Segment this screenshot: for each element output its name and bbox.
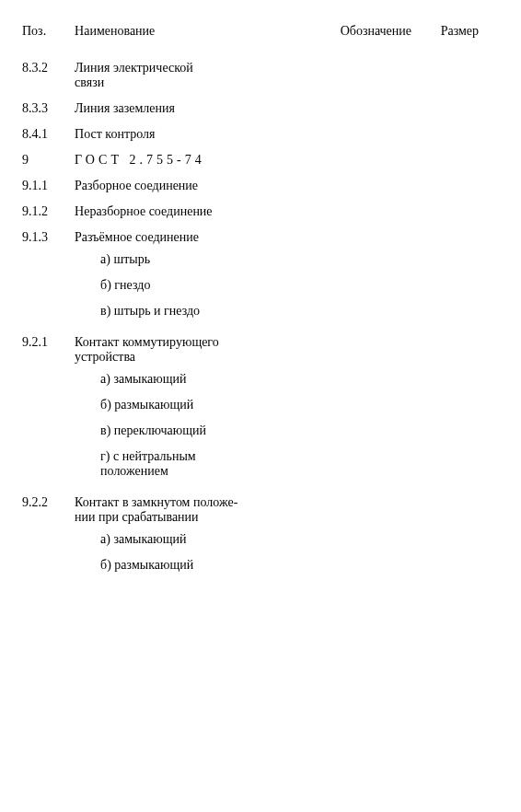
cell-pos: 9 [18, 147, 71, 173]
cell-size [437, 225, 503, 330]
table-row: 9.1.3Разъёмное соединениеа) штырьб) гнез… [18, 225, 503, 330]
cell-symbol [315, 96, 437, 122]
cell-pos: 8.3.3 [18, 96, 71, 122]
sub-list: а) замыкающийб) размыкающийв) переключаю… [75, 366, 311, 484]
cell-pos: 8.4.1 [18, 122, 71, 147]
document-page: { "columns": { "pos": "Поз.", "name": "Н… [0, 0, 521, 812]
cell-name: Неразборное соединение [71, 199, 315, 225]
table-body: 8.3.2Линия электрическойсвязи8.3.3Линия … [18, 55, 503, 584]
sub-list-item: в) штырь и гнездо [100, 298, 311, 324]
cell-name: Линия электрическойсвязи [71, 55, 315, 96]
table-row: 9.2.2Контакт в замкнутом положе-нии при … [18, 490, 503, 584]
cell-symbol [315, 199, 437, 225]
cell-pos: 8.3.2 [18, 55, 71, 96]
cell-symbol [315, 225, 437, 330]
cell-pos: 9.2.1 [18, 330, 71, 490]
table-row: 8.3.3Линия заземления [18, 96, 503, 122]
table-header-row: Поз. Наименование Обозначение Размер [18, 18, 503, 55]
cell-symbol [315, 55, 437, 96]
sub-list-item: а) замыкающий [100, 366, 311, 392]
col-header-name: Наименование [71, 18, 315, 55]
sub-list-item: б) размыкающий [100, 552, 311, 578]
sub-list-item: б) гнездо [100, 273, 311, 298]
cell-symbol [315, 147, 437, 173]
cell-pos: 9.2.2 [18, 490, 71, 584]
cell-pos: 9.1.2 [18, 199, 71, 225]
sub-list-item: а) штырь [100, 247, 311, 273]
cell-size [437, 490, 503, 584]
cell-symbol [315, 330, 437, 490]
cell-name: Линия заземления [71, 96, 315, 122]
spec-table: Поз. Наименование Обозначение Размер 8.3… [18, 18, 503, 584]
col-header-symbol: Обозначение [315, 18, 437, 55]
col-header-size: Размер [437, 18, 503, 55]
cell-symbol [315, 490, 437, 584]
cell-pos: 9.1.3 [18, 225, 71, 330]
table-row: 9.1.2Неразборное соединение [18, 199, 503, 225]
table-row: 8.4.1Пост контроля [18, 122, 503, 147]
cell-symbol [315, 173, 437, 199]
sub-list-item: б) размыкающий [100, 392, 311, 418]
sub-list-item: а) замыкающий [100, 527, 311, 552]
table-row: 9.1.1Разборное соединение [18, 173, 503, 199]
table-row: 9.2.1Контакт коммутирующегоустройстваа) … [18, 330, 503, 490]
sub-list: а) штырьб) гнездов) штырь и гнездо [75, 247, 311, 324]
section-row: 9ГОСТ 2.755-74 [18, 147, 503, 173]
cell-name: Контакт коммутирующегоустройстваа) замык… [71, 330, 315, 490]
cell-size [437, 147, 503, 173]
cell-size [437, 55, 503, 96]
cell-symbol [315, 122, 437, 147]
sub-list-item: в) переключающий [100, 418, 311, 444]
cell-name: Разъёмное соединениеа) штырьб) гнездов) … [71, 225, 315, 330]
sub-list: а) замыкающийб) размыкающий [75, 527, 311, 578]
cell-size [437, 330, 503, 490]
cell-name: Пост контроля [71, 122, 315, 147]
sub-list-item: г) с нейтральнымположением [100, 444, 311, 484]
cell-pos: 9.1.1 [18, 173, 71, 199]
cell-size [437, 199, 503, 225]
cell-name: ГОСТ 2.755-74 [71, 147, 315, 173]
table-row: 8.3.2Линия электрическойсвязи [18, 55, 503, 96]
col-header-pos: Поз. [18, 18, 71, 55]
cell-size [437, 96, 503, 122]
cell-name: Контакт в замкнутом положе-нии при сраба… [71, 490, 315, 584]
cell-name: Разборное соединение [71, 173, 315, 199]
cell-size [437, 122, 503, 147]
cell-size [437, 173, 503, 199]
